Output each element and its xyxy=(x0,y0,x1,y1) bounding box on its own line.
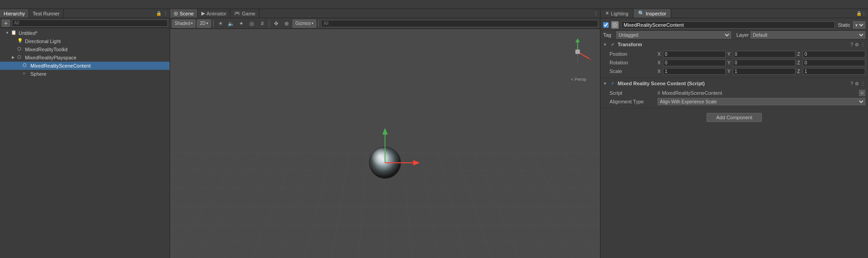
script-help-icon[interactable]: ? xyxy=(850,81,853,86)
transform-icon: ⤢ xyxy=(610,41,616,48)
tab-animator[interactable]: ▶ Animator xyxy=(198,9,230,18)
tab-lighting[interactable]: ☀ Lighting xyxy=(600,9,634,18)
tab-test-runner[interactable]: Test Runner xyxy=(29,9,63,18)
scene-tabs: ◎ Scene ▶ Animator 🎮 Game ⋮ xyxy=(170,9,600,18)
game-tab-icon: 🎮 xyxy=(234,10,240,16)
hierarchy-item-mrsc[interactable]: ⬡ MixedRealitySceneContent xyxy=(0,62,170,70)
rotation-x-input[interactable] xyxy=(663,59,726,66)
scale-y-input[interactable] xyxy=(733,68,795,75)
twod-button[interactable]: 2D xyxy=(197,19,211,28)
scene-light-icon[interactable]: ☀ xyxy=(216,19,225,28)
position-xyz: X Y Z xyxy=(658,51,865,58)
inspector-tab-icons: 🔒 ⋮ xyxy=(856,9,868,18)
script-name-text: MixedRealitySceneContent xyxy=(662,90,722,96)
script-header[interactable]: ▼ # Mixed Reality Scene Content (Script)… xyxy=(600,79,868,88)
scene-grid-icon[interactable]: # xyxy=(258,19,267,28)
scale-row: Scale X Y Z xyxy=(610,67,865,75)
tab-game[interactable]: 🎮 Game xyxy=(230,9,259,18)
gizmos-dropdown[interactable]: Gizmos xyxy=(293,19,316,28)
hierarchy-item-untitled[interactable]: ▼ 📋 Untitled* xyxy=(0,29,170,37)
layer-text-label: Layer xyxy=(736,32,749,38)
add-button[interactable]: + xyxy=(2,19,10,27)
svg-text:< Persp: < Persp xyxy=(571,77,587,82)
scene-cursor-icon[interactable]: ⊕ xyxy=(282,19,291,28)
scale-x-input[interactable] xyxy=(663,68,726,75)
script-pick-button[interactable]: ⊙ xyxy=(859,90,865,96)
inspector-more-icon[interactable]: ⋮ xyxy=(862,11,866,16)
script-settings-icon[interactable]: ⚙ xyxy=(855,81,859,86)
scene-icon: 📋 xyxy=(11,30,17,36)
sy-label: Y xyxy=(727,69,732,74)
script-field-row: Script # MixedRealitySceneContent ⊙ xyxy=(610,89,865,97)
transform-more-icon[interactable]: ⋮ xyxy=(861,42,865,47)
z-label: Z xyxy=(797,52,802,57)
light-icon: 💡 xyxy=(17,38,24,44)
panel-header: Hierarchy Test Runner 🔒 ⋮ xyxy=(0,9,170,18)
lock-icon[interactable]: 🔒 xyxy=(156,11,161,16)
tab-scene[interactable]: ◎ Scene xyxy=(170,9,198,18)
rotation-z-input[interactable] xyxy=(803,59,865,66)
script-component-icons: ? ⚙ ⋮ xyxy=(850,81,865,86)
script-more-icon[interactable]: ⋮ xyxy=(861,81,865,86)
hierarchy-item-mrkt[interactable]: ⬡ MixedRealityToolkit xyxy=(0,45,170,54)
arrow-down-icon: ▼ xyxy=(5,31,10,35)
toolbar-sep-1 xyxy=(213,20,214,27)
script-body: Script # MixedRealitySceneContent ⊙ Alig… xyxy=(600,88,868,108)
panel-icons: 🔒 ⋮ xyxy=(156,11,170,16)
gameobj-name-input[interactable] xyxy=(621,21,835,29)
tab-inspector[interactable]: 🔍 Inspector xyxy=(634,9,671,18)
transform-header[interactable]: ▼ ⤢ Transform ? ⚙ ⋮ xyxy=(600,40,868,49)
scene-panel: ◎ Scene ▶ Animator 🎮 Game ⋮ Shaded 2D ☀ … xyxy=(170,9,600,258)
position-x-input[interactable] xyxy=(663,51,726,58)
alignment-row: Alignment Type Align With Experience Sca… xyxy=(610,97,865,106)
toolbar-sep-3 xyxy=(318,20,319,27)
static-dropdown[interactable]: ▾ xyxy=(853,21,865,29)
scene-more-icon[interactable]: ⋮ xyxy=(594,11,598,16)
scene-viewport[interactable]: < Persp xyxy=(170,29,600,258)
inspector-lock-icon[interactable]: 🔒 xyxy=(856,11,862,16)
scale-xyz: X Y Z xyxy=(658,68,865,75)
scene-search-input[interactable] xyxy=(321,20,598,27)
scene-audio-icon[interactable]: 🔈 xyxy=(226,19,235,28)
transform-help-icon[interactable]: ? xyxy=(850,42,853,47)
more-icon[interactable]: ⋮ xyxy=(163,11,168,16)
rotation-y-input[interactable] xyxy=(733,59,795,66)
scene-fx-icon[interactable]: ✦ xyxy=(237,19,246,28)
shaded-dropdown[interactable]: Shaded xyxy=(172,19,195,28)
hierarchy-item-directional-light[interactable]: 💡 Directional Light xyxy=(0,37,170,45)
top-menu-bar xyxy=(0,0,868,9)
x-label: X xyxy=(658,52,662,57)
rotation-z-group: Z xyxy=(797,59,865,66)
add-component-button[interactable]: Add Component xyxy=(707,113,762,122)
tag-dropdown[interactable]: Untagged xyxy=(616,31,731,39)
scale-y-group: Y xyxy=(727,68,795,75)
position-z-input[interactable] xyxy=(803,51,865,58)
scale-z-input[interactable] xyxy=(803,68,865,75)
position-y-input[interactable] xyxy=(733,51,795,58)
hierarchy-search-input[interactable] xyxy=(12,19,168,27)
tab-hierarchy-label: Hierarchy xyxy=(4,11,25,16)
script-field-label: Script xyxy=(610,90,655,96)
transform-title: Transform xyxy=(618,42,848,47)
hierarchy-item-sphere[interactable]: ○ Sphere xyxy=(0,70,170,78)
tab-test-runner-label: Test Runner xyxy=(33,11,59,16)
tab-hierarchy[interactable]: Hierarchy xyxy=(0,9,29,18)
layer-dropdown[interactable]: Default xyxy=(751,31,865,39)
scale-label: Scale xyxy=(610,68,655,74)
game-tab-label: Game xyxy=(242,11,255,16)
script-section: ▼ # Mixed Reality Scene Content (Script)… xyxy=(600,79,868,108)
scene-toolbar: Shaded 2D ☀ 🔈 ✦ ◎ # ✥ ⊕ Gizmos xyxy=(170,18,600,29)
alignment-dropdown[interactable]: Align With Experience Scale xyxy=(658,98,865,105)
inspector-body: ⬡ Static ▾ Tag Untagged Layer Default xyxy=(600,18,868,258)
animator-tab-label: Animator xyxy=(206,11,226,16)
scene-hide-icon[interactable]: ◎ xyxy=(247,19,256,28)
rotation-row: Rotation X Y Z xyxy=(610,58,865,67)
hierarchy-item-mrps[interactable]: ▶ ⬡ MixedRealityPlayspace xyxy=(0,54,170,62)
transform-settings-icon[interactable]: ⚙ xyxy=(855,42,859,47)
rx-label: X xyxy=(658,60,662,65)
gameobj-active-checkbox[interactable] xyxy=(603,22,609,28)
spacer xyxy=(12,47,16,52)
scene-hand-icon[interactable]: ✥ xyxy=(272,19,281,28)
script-field-value: # MixedRealitySceneContent ⊙ xyxy=(658,90,865,96)
scale-x-group: X xyxy=(658,68,726,75)
